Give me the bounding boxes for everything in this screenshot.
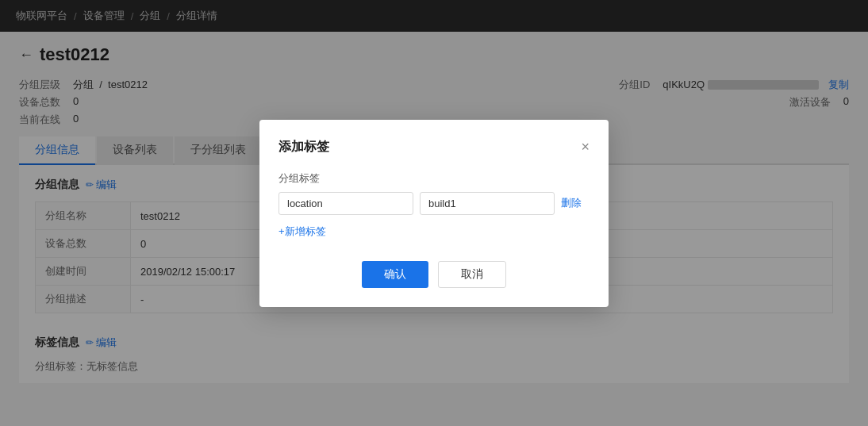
add-tag-modal: 添加标签 × 分组标签 删除 +新增标签 确认 取消 — [259, 120, 609, 307]
modal-footer: 确认 取消 — [278, 261, 590, 288]
modal-title: 添加标签 — [278, 139, 329, 155]
tag-input-2[interactable] — [420, 192, 555, 215]
add-tag-link[interactable]: +新增标签 — [278, 225, 326, 239]
confirm-button[interactable]: 确认 — [362, 261, 428, 288]
tag-input-1[interactable] — [278, 192, 413, 215]
tag-row-1: 删除 — [278, 192, 590, 215]
modal-header: 添加标签 × — [278, 139, 590, 155]
delete-tag-button[interactable]: 删除 — [561, 196, 582, 210]
modal-overlay: 添加标签 × 分组标签 删除 +新增标签 确认 取消 — [0, 0, 868, 426]
modal-close-button[interactable]: × — [581, 140, 590, 154]
form-label: 分组标签 — [278, 171, 590, 186]
cancel-button[interactable]: 取消 — [438, 261, 506, 288]
